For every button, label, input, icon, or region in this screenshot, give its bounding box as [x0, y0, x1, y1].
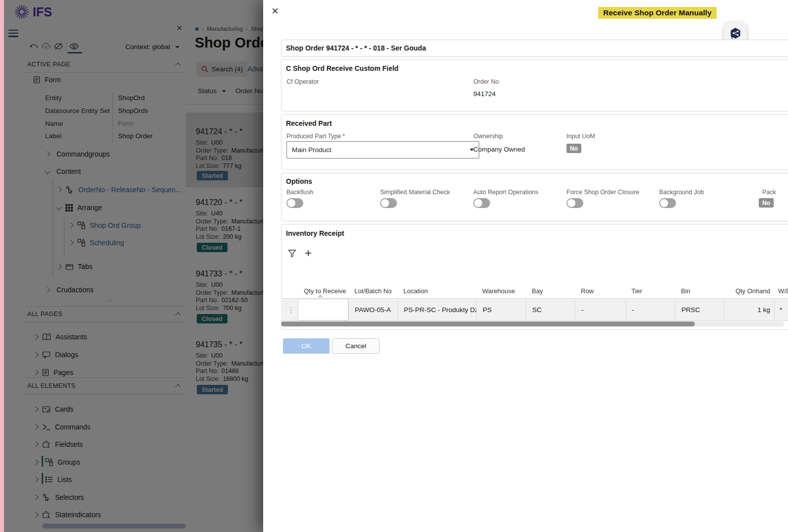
preview-off-icon[interactable]: [54, 42, 63, 53]
backflush-toggle[interactable]: [286, 198, 303, 208]
column-header[interactable]: Qty Onhand: [724, 284, 774, 298]
advanced-link[interactable]: Adva: [247, 65, 263, 73]
prop-label: Label: [45, 132, 61, 140]
cancel-button[interactable]: Cancel: [332, 338, 380, 354]
column-header[interactable]: Row: [575, 284, 625, 298]
column-header[interactable]: Bay: [526, 284, 575, 298]
divider: [25, 322, 186, 322]
sidebar-item-assistants[interactable]: Assistants: [34, 331, 87, 342]
cf-operator-label: Cf Operator: [286, 78, 319, 85]
collapse-section-icon[interactable]: [175, 384, 180, 389]
order-card-941724[interactable]: 941724 - * - * Site:U00 Order Type:Manuf…: [186, 112, 263, 187]
tree-item-shop-ord-group[interactable]: Shop Ord Group: [69, 220, 141, 231]
ok-button[interactable]: OK: [283, 338, 330, 354]
column-header[interactable]: Location: [397, 284, 476, 298]
sidebar-horizontal-scrollbar[interactable]: [42, 524, 186, 529]
order-id[interactable]: 941735 - * - *: [196, 340, 242, 349]
tree-item-commandgroups[interactable]: Commandgroups: [46, 149, 110, 160]
search-button[interactable]: Search (4): [197, 61, 247, 77]
column-header[interactable]: W/D: [774, 284, 788, 298]
row-menu-icon[interactable]: ⋮: [287, 306, 294, 314]
field-label: Part No:: [196, 225, 219, 232]
sidebar-item-pages[interactable]: Pages: [34, 367, 73, 378]
chevron-right-icon: [56, 264, 61, 269]
table-scrollbar-thumb[interactable]: [281, 321, 695, 326]
tree-item-crudactions[interactable]: Crudactions: [46, 284, 94, 295]
home-dot-icon[interactable]: [195, 27, 199, 31]
chevron-right-icon: [56, 187, 61, 192]
background-job-toggle[interactable]: [659, 198, 676, 208]
tree-item-form[interactable]: Form: [33, 74, 61, 85]
auto-report-operations-toggle[interactable]: [473, 198, 490, 208]
force-shop-order-closure-toggle[interactable]: [566, 198, 583, 208]
inventory-table-row[interactable]: ⋮ PAWO-05-A PS-PR-SC - Produkty Dzi... P…: [281, 298, 788, 321]
tree-item-content[interactable]: Content: [46, 166, 81, 177]
publish-cloud-icon[interactable]: [42, 42, 51, 53]
filter-icon[interactable]: [288, 249, 296, 260]
dialogs-speech-icon: [42, 351, 51, 359]
collapse-section-icon[interactable]: [175, 312, 180, 318]
breadcrumb-item[interactable]: Manufacturing: [207, 26, 243, 32]
prop-label: Datasource Entity Set: [45, 107, 110, 114]
sidebar-item-stateindicators[interactable]: Stateindicators: [34, 509, 101, 520]
preview-icon[interactable]: [69, 42, 79, 53]
tree-item-orderno-selector[interactable]: OrderNo - ReleaseNo - Sequen...: [57, 184, 181, 195]
order-id[interactable]: 941720 - * - *: [196, 198, 242, 207]
hamburger-menu-icon[interactable]: [8, 28, 18, 39]
lot-batch-cell[interactable]: PAWO-05-A: [348, 299, 397, 320]
sidebar-item-selectors[interactable]: Selectors: [34, 492, 84, 503]
order-id[interactable]: 941724 - * - *: [196, 127, 242, 136]
collapse-section-icon[interactable]: [175, 62, 180, 68]
add-row-icon[interactable]: +: [305, 248, 312, 259]
qty-onhand-cell[interactable]: 1 kg: [724, 299, 774, 320]
chevron-right-icon: [33, 370, 38, 375]
order-card-941720[interactable]: 941720 - * - * Site:U40 Order Type:Manuf…: [186, 187, 263, 257]
sidebar-item-groups[interactable]: Groups: [34, 457, 80, 468]
force-shop-order-closure-label: Force Shop Order Closure: [566, 189, 639, 196]
column-header[interactable]: Bin: [675, 284, 724, 298]
order-card-941735[interactable]: 941735 - * - * Site:U00 Order Type:Manuf…: [186, 329, 263, 399]
order-no-column-header[interactable]: Order No: [235, 87, 263, 95]
designer-sidebar: IFS ×: [4, 0, 186, 532]
sidebar-item-cards[interactable]: Cards: [34, 404, 73, 415]
simplified-material-check-toggle[interactable]: [380, 198, 397, 208]
tree-item-arrange[interactable]: Arrange: [57, 202, 102, 213]
bin-cell[interactable]: PRSC: [675, 299, 724, 320]
breadcrumb[interactable]: › Manufacturing › Shop: [195, 26, 263, 32]
tier-cell[interactable]: -: [625, 299, 675, 320]
order-id[interactable]: 941733 - * - *: [196, 269, 242, 278]
column-header[interactable]: Tier: [625, 284, 675, 298]
order-card-941733[interactable]: 941733 - * - * Site:U00 Order Type:Manuf…: [186, 259, 263, 328]
warehouse-cell[interactable]: PS: [476, 299, 526, 320]
status-filter[interactable]: Status: [198, 87, 226, 95]
context-dropdown[interactable]: Context: global: [125, 43, 179, 51]
sidebar-item-lists[interactable]: Lists: [34, 474, 72, 485]
row-cell[interactable]: -: [575, 299, 625, 320]
breadcrumb-item[interactable]: Shop: [251, 26, 263, 32]
produced-part-type-select[interactable]: Main Product: [286, 141, 479, 159]
sidebar-item-fieldsets[interactable]: Fieldsets: [34, 439, 83, 450]
field-value: 02162-50: [222, 297, 248, 304]
column-header[interactable]: Lot/Batch No: [348, 284, 397, 298]
sidebar-item-dialogs[interactable]: Dialogs: [34, 349, 78, 360]
location-cell[interactable]: PS-PR-SC - Produkty Dzi...: [397, 299, 476, 320]
column-header[interactable]: Warehouse: [476, 284, 526, 298]
field-label: Lot Size:: [196, 375, 220, 382]
order-no-label: Order No: [473, 78, 499, 85]
tree-more-ellipsis[interactable]: ...: [107, 295, 115, 303]
close-icon[interactable]: ×: [272, 6, 279, 16]
prop-label: Entity: [45, 94, 62, 102]
undo-icon[interactable]: [30, 43, 38, 53]
tree-item-label: Scheduling: [90, 239, 124, 247]
tree-item-label: Arrange: [77, 204, 102, 212]
sidebar-item-commands[interactable]: Commands: [34, 422, 91, 432]
bay-cell[interactable]: SC: [526, 299, 575, 320]
qty-to-receive-cell[interactable]: [298, 299, 348, 320]
column-header[interactable]: Qty to Receive: [298, 284, 348, 298]
wd-cell[interactable]: *: [774, 299, 788, 320]
backdrop-area: IFS ×: [4, 0, 263, 532]
tree-item-tabs[interactable]: Tabs: [57, 261, 93, 272]
table-scrollbar-track[interactable]: [281, 321, 784, 326]
tree-item-scheduling[interactable]: Scheduling: [69, 237, 124, 248]
sidebar-close-icon[interactable]: ×: [176, 24, 182, 32]
